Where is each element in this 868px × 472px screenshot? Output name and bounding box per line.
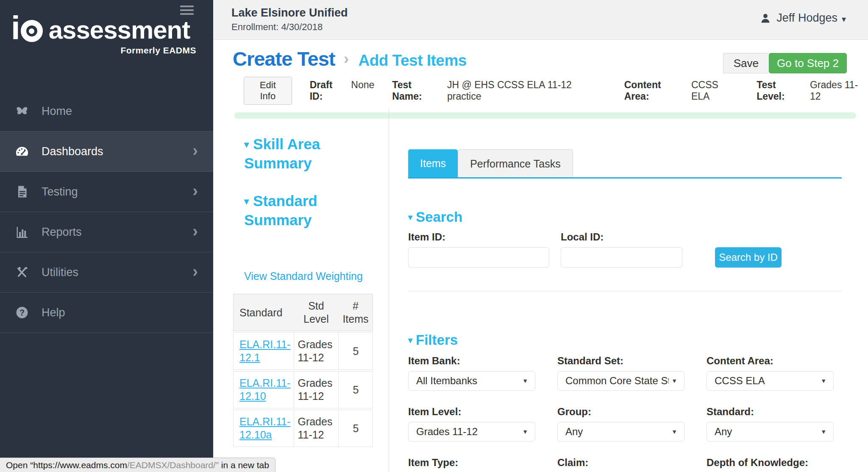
standard-link[interactable]: ELA.RI.11-12.10 bbox=[239, 377, 290, 402]
main-content: Create Test › Add Test Items Save Go to … bbox=[213, 40, 868, 472]
column-header-num-items: # Items bbox=[338, 294, 373, 331]
sidebar-item-label: Home bbox=[42, 105, 72, 118]
save-button[interactable]: Save bbox=[723, 53, 769, 73]
standard-link[interactable]: ELA.RI.11-12.10a bbox=[239, 416, 290, 441]
dropdown-arrow-icon: ▼ bbox=[671, 377, 677, 384]
tab-performance-tasks[interactable]: Performance Tasks bbox=[458, 149, 573, 177]
chevron-right-icon: › bbox=[192, 142, 198, 159]
filter-standard-set: Standard Set: Common Core State Stan ▼ bbox=[557, 355, 707, 391]
filters-section-toggle[interactable]: ▾Filters bbox=[408, 332, 842, 348]
view-standard-weighting-link[interactable]: View Standard Weighting bbox=[244, 270, 389, 282]
status-url-prefix: Open “https://www.eadms.com bbox=[6, 460, 127, 470]
filter-claim: Claim: Any ▲ ▼ bbox=[557, 457, 707, 472]
sidebar-item-label: Reports bbox=[42, 226, 82, 239]
sidebar-item-help[interactable]: ? Help bbox=[0, 293, 213, 333]
sidebar-item-utilities[interactable]: Utilities › bbox=[0, 252, 213, 293]
district-name: Lake Elsinore Unified bbox=[231, 6, 348, 20]
breadcrumb-create-test[interactable]: Create Test bbox=[233, 47, 335, 70]
butterfly-icon bbox=[14, 103, 31, 120]
head-buttons: Save Go to Step 2 bbox=[723, 53, 847, 73]
sidebar-item-dashboards[interactable]: Dashboards › bbox=[0, 131, 213, 172]
search-section-toggle[interactable]: ▾Search bbox=[408, 209, 842, 225]
tab-items[interactable]: Items bbox=[408, 149, 458, 177]
app-logo: i assessment Formerly EADMS bbox=[11, 11, 198, 56]
tab-bar: Items Performance Tasks bbox=[408, 149, 842, 179]
logo-letter-i: i bbox=[11, 13, 19, 43]
standard-set-select[interactable]: Common Core State Stan ▼ bbox=[557, 371, 684, 391]
logo-name: assessment bbox=[49, 15, 190, 45]
svg-text:?: ? bbox=[19, 308, 25, 317]
sidebar-item-reports[interactable]: Reports › bbox=[0, 212, 213, 252]
group-select[interactable]: Any ▼ bbox=[557, 422, 684, 441]
standard-link[interactable]: ELA.RI.11-12.1 bbox=[239, 338, 290, 363]
dashboard-gauge-icon bbox=[14, 143, 31, 160]
browser-status-bar: Open “https://www.eadms.com/EADMSX/Dashb… bbox=[0, 458, 275, 472]
user-name: Jeff Hodges bbox=[776, 11, 837, 25]
user-menu[interactable]: Jeff Hodges ▾ bbox=[760, 11, 846, 25]
search-section: ▾Search Item ID: Local ID: Search by ID bbox=[408, 209, 842, 291]
skill-area-summary-toggle[interactable]: ▾Skill Area Summary bbox=[244, 135, 371, 173]
top-header: Lake Elsinore Unified Enrollment: 4/30/2… bbox=[213, 0, 868, 40]
sidebar-item-label: Testing bbox=[42, 185, 78, 198]
section-divider bbox=[408, 291, 842, 291]
filters-section: ▾Filters Item Bank: All Itembanks ▼ Stan… bbox=[408, 332, 842, 472]
dropdown-arrow-icon: ▼ bbox=[522, 377, 528, 384]
standard-summary-toggle[interactable]: ▾Standard Summary bbox=[244, 192, 371, 229]
district-info: Lake Elsinore Unified Enrollment: 4/30/2… bbox=[231, 6, 348, 33]
item-id-input[interactable] bbox=[408, 247, 549, 268]
column-header-standard: Standard bbox=[233, 294, 294, 331]
local-id-field-group: Local ID: bbox=[561, 231, 682, 268]
dropdown-arrow-icon: ▼ bbox=[821, 428, 826, 435]
chevron-right-icon: › bbox=[192, 223, 198, 239]
test-level: Test Level: Grades 11-12 bbox=[757, 79, 868, 102]
item-level-select[interactable]: Grades 11-12 ▼ bbox=[408, 422, 535, 441]
sidebar-item-testing[interactable]: Testing › bbox=[0, 172, 213, 212]
dropdown-arrow-icon: ▼ bbox=[522, 428, 528, 435]
content-area-select[interactable]: CCSS ELA ▼ bbox=[707, 371, 834, 391]
caret-down-icon: ▾ bbox=[408, 212, 412, 222]
sidebar-item-label: Utilities bbox=[42, 266, 78, 279]
test-name: Test Name: JH @ EHS CCSS ELA 11-12 pract… bbox=[392, 79, 606, 102]
item-id-field-group: Item ID: bbox=[408, 231, 549, 268]
question-circle-icon: ? bbox=[14, 304, 31, 321]
filter-standard: Standard: Any ▼ bbox=[707, 406, 841, 441]
enrollment-date: Enrollment: 4/30/2018 bbox=[231, 22, 348, 33]
user-icon bbox=[760, 12, 771, 25]
filter-depth-of-knowledge: Depth of Knowledge: Any ▼ bbox=[707, 457, 841, 472]
bar-chart-icon bbox=[14, 223, 31, 240]
go-to-step-2-button[interactable]: Go to Step 2 bbox=[769, 53, 847, 73]
local-id-input[interactable] bbox=[561, 247, 682, 268]
standard-summary-table: Standard Std Level # Items ELA.RI.11-12.… bbox=[233, 293, 373, 448]
filter-content-area: Content Area: CCSS ELA ▼ bbox=[707, 355, 841, 391]
chevron-right-icon: › bbox=[192, 263, 198, 279]
caret-down-icon: ▾ bbox=[408, 335, 412, 345]
table-row: ELA.RI.11-12.10 Grades 11-12 5 bbox=[233, 371, 373, 408]
caret-down-icon: ▾ bbox=[842, 12, 846, 24]
draft-id: Draft ID: None bbox=[310, 79, 375, 102]
logo-tagline: Formerly EADMS bbox=[11, 45, 196, 56]
item-bank-select[interactable]: All Itembanks ▼ bbox=[408, 371, 535, 391]
filter-group: Group: Any ▼ bbox=[557, 406, 707, 441]
breadcrumb-add-test-items[interactable]: Add Test Items bbox=[358, 52, 466, 69]
filter-item-type: Item Type: Any ▼ bbox=[408, 457, 557, 472]
sidebar: i assessment Formerly EADMS Home bbox=[0, 0, 213, 472]
status-suffix: in a new tab bbox=[219, 460, 269, 470]
filter-item-bank: Item Bank: All Itembanks ▼ bbox=[408, 355, 557, 391]
breadcrumb-chevron-icon: › bbox=[344, 50, 349, 67]
item-id-label: Item ID: bbox=[408, 231, 549, 243]
dropdown-arrow-icon: ▼ bbox=[671, 428, 677, 435]
document-icon bbox=[14, 183, 31, 200]
sidebar-item-label: Dashboards bbox=[42, 145, 103, 158]
search-by-id-button[interactable]: Search by ID bbox=[715, 247, 782, 268]
caret-down-icon: ▾ bbox=[244, 196, 249, 207]
sidebar-item-home[interactable]: Home bbox=[0, 91, 213, 131]
test-info-row: Edit Info Draft ID: None Test Name: JH @… bbox=[213, 77, 868, 105]
edit-info-button[interactable]: Edit Info bbox=[244, 77, 292, 105]
sidebar-menu: Home Dashboards › bbox=[0, 91, 213, 333]
standard-select[interactable]: Any ▼ bbox=[707, 422, 834, 441]
status-url-path: /EADMSX/Dashboard/” bbox=[127, 460, 219, 470]
caret-down-icon: ▾ bbox=[244, 139, 249, 150]
table-row: ELA.RI.11-12.1 Grades 11-12 5 bbox=[233, 332, 373, 370]
local-id-label: Local ID: bbox=[561, 231, 682, 243]
table-row: ELA.RI.11-12.10a Grades 11-12 5 bbox=[233, 410, 373, 447]
